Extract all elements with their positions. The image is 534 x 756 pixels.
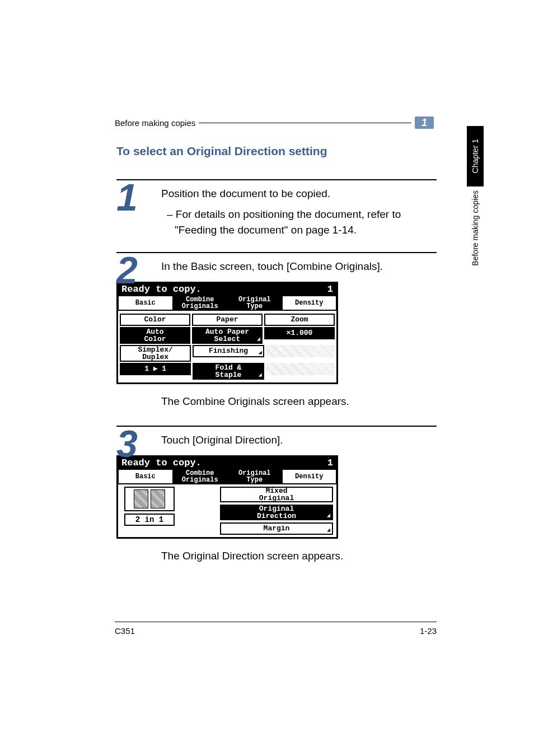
corner-icon: ◢ — [327, 528, 330, 533]
step-1-sub: – For details on positioning the documen… — [167, 207, 437, 239]
lcd1-grid: Color Paper Zoom Auto Color Auto Paper S… — [118, 311, 336, 382]
lcd2-title-right: 1 — [327, 458, 333, 468]
lcd-screenshot-combine-originals: Ready to copy. 1 Basic Combine Originals… — [116, 455, 437, 539]
sidebar-chapter-label: Chapter 1 — [471, 139, 480, 173]
step-1: 1 Position the document to be copied. – … — [116, 179, 437, 239]
lcd1-empty-cell — [266, 345, 335, 357]
lcd2-titlebar: Ready to copy. 1 — [118, 457, 336, 469]
lcd1-title-right: 1 — [327, 284, 333, 295]
step-3-line: Touch [Original Direction]. — [161, 432, 437, 449]
lcd2-margin-button[interactable]: Margin◢ — [220, 522, 333, 535]
step-number-3: 3 — [116, 424, 137, 463]
page-header: Before making copies 1 — [115, 116, 434, 129]
header-rule — [199, 123, 411, 123]
lcd1-tabs: Basic Combine Originals Original Type De… — [118, 295, 336, 311]
header-text: Before making copies — [115, 118, 195, 128]
corner-icon: ◢ — [327, 513, 330, 519]
corner-icon: ◢ — [259, 350, 262, 356]
lcd1-simplex-value[interactable]: 1 ▶ 1 — [120, 363, 191, 375]
lcd2-tab-combine-originals[interactable]: Combine Originals — [172, 469, 228, 484]
step-number-1: 1 — [116, 178, 137, 216]
step-3: 3 Touch [Original Direction]. Ready to c… — [116, 426, 437, 562]
lcd2-original-direction-button[interactable]: Original Direction◢ — [220, 505, 333, 520]
lcd2-body: 2 in 1 Mixed Original Original Direction… — [118, 484, 336, 537]
lcd1-finishing-header[interactable]: Finishing◢ — [193, 345, 264, 357]
footer-page-number: 1-23 — [420, 626, 437, 636]
lcd1-simplex-duplex-header[interactable]: Simplex/ Duplex — [120, 345, 191, 362]
step-number-2: 2 — [116, 251, 137, 289]
step-2-line: In the Basic screen, touch [Combine Orig… — [161, 259, 437, 275]
lcd2-2in1-button[interactable]: 2 in 1 — [124, 514, 175, 526]
lcd1-titlebar: Ready to copy. 1 — [118, 283, 336, 295]
sidebar-section-label: Before making copies — [467, 190, 484, 266]
lcd1-tab-basic[interactable]: Basic — [118, 295, 174, 311]
step-3-after: The Original Direction screen appears. — [161, 550, 437, 562]
step-2: 2 In the Basic screen, touch [Combine Or… — [116, 252, 437, 408]
lcd1-tab-density[interactable]: Density — [282, 295, 338, 311]
lcd2-tab-basic[interactable]: Basic — [118, 469, 174, 484]
lcd-screenshot-basic: Ready to copy. 1 Basic Combine Originals… — [116, 282, 437, 384]
lcd2-2in1-thumbnail — [124, 487, 175, 511]
lcd1-tab-combine-originals[interactable]: Combine Originals — [172, 295, 228, 311]
lcd1-empty-cell — [266, 363, 335, 375]
lcd1-tab-original-type[interactable]: Original Type — [227, 295, 283, 311]
lcd1-paper-header[interactable]: Paper — [192, 314, 263, 326]
section-title: To select an Original Direction setting — [116, 144, 327, 158]
sidebar-chapter-tab: Chapter 1 — [467, 126, 484, 186]
lcd1-color-header[interactable]: Color — [120, 314, 190, 326]
corner-icon: ◢ — [259, 372, 262, 378]
lcd2-tab-original-type[interactable]: Original Type — [227, 469, 283, 484]
step-2-after: The Combine Originals screen appears. — [161, 395, 437, 408]
lcd2-mixed-original-button[interactable]: Mixed Original — [220, 487, 333, 502]
lcd1-zoom-header[interactable]: Zoom — [264, 314, 335, 326]
step-1-line: Position the document to be copied. — [161, 186, 437, 202]
footer-rule — [115, 622, 437, 622]
page-icon — [151, 489, 165, 508]
lcd2-tab-density[interactable]: Density — [282, 469, 338, 484]
corner-icon: ◢ — [257, 337, 260, 342]
lcd1-color-value[interactable]: Auto Color — [120, 327, 190, 344]
lcd2-tabs: Basic Combine Originals Original Type De… — [118, 469, 336, 484]
page-icon — [134, 489, 148, 508]
lcd1-fold-staple[interactable]: Fold & Staple◢ — [193, 363, 264, 380]
lcd1-zoom-value[interactable]: ×1.000 — [264, 327, 335, 339]
sidebar-section-text: Before making copies — [471, 190, 480, 266]
chapter-badge: 1 — [415, 116, 434, 129]
lcd1-paper-value[interactable]: Auto Paper Select◢ — [192, 327, 263, 344]
footer-model: C351 — [115, 626, 135, 636]
